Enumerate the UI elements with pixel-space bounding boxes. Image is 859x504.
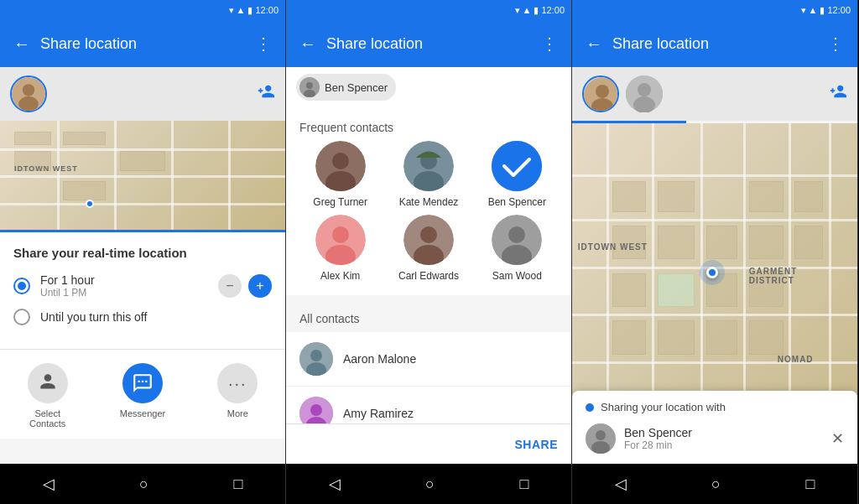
signal-icon-2: ▲ xyxy=(523,5,532,15)
all-contacts-section: All contacts Aaron Malone xyxy=(286,295,571,423)
nav-home-2[interactable]: ○ xyxy=(425,475,435,493)
sharing-person-info: Ben Spencer For 28 min xyxy=(624,426,823,451)
back-button-2[interactable]: ← xyxy=(299,34,316,54)
svg-point-7 xyxy=(332,153,349,169)
select-contacts-app[interactable]: SelectContacts xyxy=(0,356,95,435)
panel2-content: Ben Spencer Frequent contacts Greg T xyxy=(286,67,571,464)
amy-name: Amy Ramirez xyxy=(343,407,414,420)
option-1-main: For 1 hour xyxy=(40,273,208,287)
nav-recent-3[interactable]: □ xyxy=(805,475,815,493)
page-title-2: Share location xyxy=(326,35,531,53)
status-time: 12:00 xyxy=(255,5,279,15)
nav-back-1[interactable]: ◁ xyxy=(43,475,55,493)
contact-sam-wood[interactable]: Sam Wood xyxy=(476,215,558,282)
svg-point-29 xyxy=(596,85,609,98)
nav-recent-1[interactable]: □ xyxy=(233,475,242,493)
carl-name: Carl Edwards xyxy=(398,270,459,282)
svg-point-4 xyxy=(306,82,313,89)
messenger-app[interactable]: Messenger xyxy=(95,356,190,435)
option-1-sub: Until 1 PM xyxy=(40,287,208,299)
nav-recent-2[interactable]: □ xyxy=(519,475,528,493)
option-2-main: Until you turn this off xyxy=(40,310,272,324)
signal-icon: ▲ xyxy=(237,5,246,15)
share-footer: SHARE xyxy=(286,423,571,464)
aaron-avatar xyxy=(299,342,333,376)
nav-back-2[interactable]: ◁ xyxy=(329,475,341,493)
search-chip-row[interactable]: Ben Spencer xyxy=(286,67,571,107)
kate-avatar xyxy=(403,141,454,191)
back-button-3[interactable]: ← xyxy=(586,34,602,54)
bottom-nav-1: ◁ ○ □ xyxy=(0,464,285,504)
kate-name: Kate Mendez xyxy=(399,196,459,208)
sharing-dot xyxy=(586,403,594,412)
option-1-hour[interactable]: For 1 hour Until 1 PM − + xyxy=(13,273,272,299)
status-time-2: 12:00 xyxy=(541,5,565,15)
back-button-1[interactable]: ← xyxy=(13,34,30,54)
svg-point-35 xyxy=(596,430,606,440)
sharing-title: Sharing your location with xyxy=(601,401,844,413)
more-app[interactable]: ··· More xyxy=(190,356,285,435)
nav-home-3[interactable]: ○ xyxy=(711,475,721,493)
alex-name: Alex Kim xyxy=(320,270,360,282)
sharing-person-avatar xyxy=(586,423,616,454)
add-person-icon-3[interactable] xyxy=(829,82,847,106)
contact-carl-edwards[interactable]: Carl Edwards xyxy=(388,215,469,282)
contact-kate-mendez[interactable]: Kate Mendez xyxy=(388,141,469,208)
nav-home-1[interactable]: ○ xyxy=(139,475,148,493)
add-person-icon-1[interactable] xyxy=(257,82,275,106)
panel-1: ▾ ▲ ▮ 12:00 ← Share location ⋮ xyxy=(0,0,286,504)
svg-point-20 xyxy=(508,226,525,243)
menu-button-2[interactable]: ⋮ xyxy=(541,34,558,54)
sharing-person-name: Ben Spencer xyxy=(624,426,823,439)
wifi-icon-2: ▾ xyxy=(515,5,520,16)
svg-point-12 xyxy=(492,141,542,191)
nav-back-3[interactable]: ◁ xyxy=(615,475,627,493)
user-avatar-1 xyxy=(10,75,47,112)
sharing-card-header: Sharing your location with xyxy=(586,401,844,413)
aaron-name: Aaron Malone xyxy=(343,352,416,366)
user-avatar-3 xyxy=(582,75,619,112)
battery-icon-2: ▮ xyxy=(534,5,539,16)
ben-name: Ben Spencer xyxy=(488,196,546,208)
bottom-nav-2: ◁ ○ □ xyxy=(286,464,571,504)
second-avatar-3 xyxy=(626,75,663,112)
contact-ben-spencer[interactable]: Ben Spencer xyxy=(476,141,558,208)
status-icons-1: ▾ ▲ ▮ 12:00 xyxy=(229,5,279,16)
sam-avatar xyxy=(492,215,542,265)
top-bar-1: ← Share location ⋮ xyxy=(0,20,285,67)
top-bar-3: ← Share location ⋮ xyxy=(572,20,857,67)
sam-name: Sam Wood xyxy=(492,270,542,282)
share-title: Share your real-time location xyxy=(13,246,272,260)
page-title-3: Share location xyxy=(612,35,817,53)
menu-button-3[interactable]: ⋮ xyxy=(827,34,844,54)
contact-alex-kim[interactable]: Alex Kim xyxy=(299,215,381,282)
page-title-1: Share location xyxy=(40,35,245,53)
map-area-1: IDTOWN WEST xyxy=(0,121,285,230)
sharing-close-button[interactable]: ✕ xyxy=(831,429,844,448)
ben-spencer-chip[interactable]: Ben Spencer xyxy=(296,74,396,101)
contact-aaron[interactable]: Aaron Malone xyxy=(286,332,571,387)
stepper-plus[interactable]: + xyxy=(248,274,272,298)
svg-point-23 xyxy=(310,350,322,361)
sharing-person-row: Ben Spencer For 28 min ✕ xyxy=(586,423,844,454)
map-label-nomad: NOMAD xyxy=(778,355,814,364)
panel1-content: IDTOWN WEST Share your real-time locatio… xyxy=(0,67,285,464)
status-icons-3: ▾ ▲ ▮ 12:00 xyxy=(801,5,851,16)
contact-amy[interactable]: Amy Ramirez xyxy=(286,387,571,423)
stepper-minus[interactable]: − xyxy=(218,274,242,298)
contacts-scroll[interactable]: Frequent contacts Greg Turner xyxy=(286,107,571,423)
panel-3: ▾ ▲ ▮ 12:00 ← Share location ⋮ xyxy=(572,0,858,504)
sharing-card: Sharing your location with Ben Spencer F… xyxy=(572,391,857,464)
battery-icon-3: ▮ xyxy=(820,5,825,16)
option-turn-off[interactable]: Until you turn this off xyxy=(13,309,272,325)
panel3-content: IDTOWN WEST GARMENTDISTRICT NOMAD Sharin… xyxy=(572,67,857,464)
wifi-icon: ▾ xyxy=(229,5,234,16)
status-time-3: 12:00 xyxy=(827,5,851,15)
radio-empty xyxy=(13,309,30,325)
bottom-nav-3: ◁ ○ □ xyxy=(572,464,857,504)
option-1-label: For 1 hour Until 1 PM xyxy=(40,273,208,299)
contact-greg-turner[interactable]: Greg Turner xyxy=(299,141,381,208)
avatar-row-3 xyxy=(572,67,857,121)
share-button[interactable]: SHARE xyxy=(514,438,558,451)
menu-button-1[interactable]: ⋮ xyxy=(255,34,272,54)
